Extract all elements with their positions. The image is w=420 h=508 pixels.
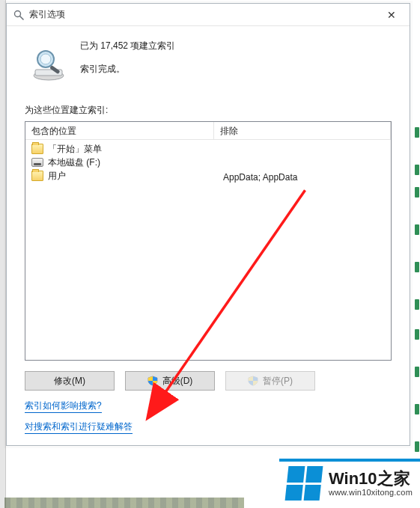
advanced-button[interactable]: 高级(D) <box>125 371 215 391</box>
included-column-body: 「开始」菜单 本地磁盘 (F:) 用户 <box>25 140 214 360</box>
help-links: 索引如何影响搜索? 对搜索和索引进行疑难解答 <box>25 400 392 441</box>
list-item[interactable]: 本地磁盘 (F:) <box>30 156 210 169</box>
close-button[interactable]: ✕ <box>378 6 405 24</box>
watermark-sub: www.win10xitong.com <box>329 488 413 497</box>
pause-button: 暂停(P) <box>225 371 315 391</box>
uac-shield-icon <box>248 376 258 386</box>
link-troubleshoot[interactable]: 对搜索和索引进行疑难解答 <box>25 420 133 434</box>
watermark-title: Win10之家 <box>329 470 413 488</box>
item-label: 用户 <box>48 170 66 183</box>
titlebar: 索引选项 ✕ <box>7 4 410 26</box>
app-left-strip <box>0 0 6 508</box>
indexing-status-text: 索引完成。 <box>80 63 175 76</box>
modify-label: 修改(M) <box>54 375 85 388</box>
search-options-icon <box>13 9 25 21</box>
status-texts: 已为 17,452 项建立索引 索引完成。 <box>80 40 175 76</box>
pause-label: 暂停(P) <box>263 375 293 388</box>
window-title: 索引选项 <box>29 8 378 21</box>
dialog-content: 已为 17,452 项建立索引 索引完成。 为这些位置建立索引: 包含的位置 排… <box>7 26 410 445</box>
indexing-options-dialog: 索引选项 ✕ 已为 17,452 项建立索引 索引完成。 为这些位置建立索引: <box>6 3 410 446</box>
magnifier-illustration-icon <box>29 44 68 83</box>
column-included[interactable]: 包含的位置 <box>25 122 214 140</box>
uac-shield-icon <box>147 376 158 386</box>
list-body: 「开始」菜单 本地磁盘 (F:) 用户 AppData; AppData <box>25 140 391 360</box>
svg-line-1 <box>20 16 24 19</box>
close-icon: ✕ <box>387 9 396 21</box>
item-label: 本地磁盘 (F:) <box>48 156 100 169</box>
modify-button[interactable]: 修改(M) <box>25 371 115 391</box>
folder-icon <box>31 171 43 181</box>
taskbar-fragment <box>4 498 244 508</box>
watermark: Win10之家 www.win10xitong.com <box>279 459 420 505</box>
locations-section-label: 为这些位置建立索引: <box>25 104 392 117</box>
advanced-label: 高级(D) <box>162 375 193 388</box>
folder-icon <box>31 144 43 154</box>
exclude-value: AppData; AppData <box>219 142 386 183</box>
svg-point-5 <box>40 54 51 64</box>
list-header: 包含的位置 排除 <box>25 122 391 140</box>
windows-logo-icon <box>285 466 323 501</box>
watermark-text: Win10之家 www.win10xitong.com <box>329 470 413 497</box>
column-excluded[interactable]: 排除 <box>214 122 391 140</box>
disk-icon <box>31 158 43 167</box>
background-sidebar <box>414 0 420 508</box>
list-item[interactable]: 「开始」菜单 <box>30 142 210 156</box>
link-how-affect-search[interactable]: 索引如何影响搜索? <box>25 400 102 413</box>
item-label: 「开始」菜单 <box>48 143 102 156</box>
buttons-row: 修改(M) 高级(D) <box>25 371 392 391</box>
status-row: 已为 17,452 项建立索引 索引完成。 <box>25 40 392 83</box>
excluded-column-body: AppData; AppData <box>214 140 391 360</box>
locations-list: 包含的位置 排除 「开始」菜单 本地磁盘 (F:) 用户 <box>25 121 392 361</box>
list-item[interactable]: 用户 <box>30 169 210 183</box>
indexed-count-text: 已为 17,452 项建立索引 <box>80 40 175 52</box>
